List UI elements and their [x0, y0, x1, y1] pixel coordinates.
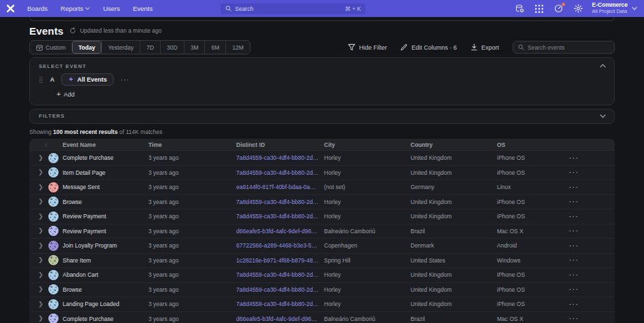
- user-avatar[interactable]: [48, 313, 59, 323]
- distinct-id-link[interactable]: 7a8d4559-ca30-4df4-bb80-2d565f0c...: [236, 286, 324, 293]
- export-button[interactable]: Export: [470, 44, 499, 51]
- table-row[interactable]: ❯ Review Payment 3 years ago 7a8d4559-ca…: [29, 209, 615, 224]
- user-avatar[interactable]: [48, 255, 59, 265]
- expand-row-chevron-icon[interactable]: ❯: [38, 257, 44, 263]
- range-option-3m[interactable]: 3M: [184, 41, 205, 54]
- range-option-7d[interactable]: 7D: [140, 41, 160, 54]
- search-events-input[interactable]: Search events: [513, 41, 615, 54]
- expand-row-chevron-icon[interactable]: ❯: [38, 272, 44, 278]
- expand-row-chevron-icon[interactable]: ❯: [38, 199, 44, 205]
- user-avatar[interactable]: [48, 270, 59, 280]
- table-row[interactable]: ❯ Complete Purchase 3 years ago d66eafe5…: [29, 311, 615, 323]
- nav-items: BoardsReportsUsersEvents: [27, 5, 152, 12]
- row-actions-button[interactable]: ···: [560, 227, 587, 235]
- distinct-id-link[interactable]: d66eafe5-b3fd-4afc-9def-d968085e...: [236, 316, 324, 322]
- data-management-icon[interactable]: [515, 4, 524, 13]
- expand-row-chevron-icon[interactable]: ❯: [38, 301, 44, 307]
- row-actions-button[interactable]: ···: [560, 213, 587, 220]
- mixpanel-logo-icon[interactable]: [6, 4, 15, 13]
- distinct-id-link[interactable]: d66eafe5-b3fd-4afc-9def-d968085e...: [236, 228, 324, 235]
- user-avatar[interactable]: [48, 197, 59, 207]
- range-option-12m[interactable]: 12M: [225, 41, 250, 54]
- user-avatar[interactable]: [48, 226, 59, 236]
- range-option-yesterday[interactable]: Yesterday: [101, 41, 140, 54]
- column-header-distinct-id[interactable]: Distinct ID: [236, 141, 324, 148]
- row-actions-button[interactable]: ···: [560, 315, 587, 322]
- expand-row-chevron-icon[interactable]: ❯: [38, 169, 44, 175]
- distinct-id-link[interactable]: 7a8d4559-ca30-4df4-bb80-2d565f0c...: [236, 301, 324, 307]
- user-avatar[interactable]: [48, 299, 59, 309]
- row-actions-button[interactable]: ···: [560, 256, 587, 264]
- refresh-icon[interactable]: [69, 27, 76, 34]
- expand-row-chevron-icon[interactable]: ❯: [38, 155, 44, 161]
- distinct-id-link[interactable]: ea9144f0-817f-40bf-bdaa-0a9cd670c...: [236, 184, 324, 190]
- column-header-time[interactable]: Time: [148, 141, 236, 148]
- range-option-today[interactable]: Today: [71, 41, 101, 54]
- row-actions-button[interactable]: ···: [560, 198, 587, 205]
- row-actions-button[interactable]: ···: [560, 271, 587, 279]
- table-row[interactable]: ❯ Join Loyalty Program 3 years ago 67722…: [29, 238, 615, 253]
- expand-row-chevron-icon[interactable]: ❯: [38, 214, 44, 220]
- range-option-30d[interactable]: 30D: [160, 41, 184, 54]
- row-actions-button[interactable]: ···: [560, 301, 587, 308]
- user-avatar[interactable]: [48, 211, 59, 222]
- nav-item-boards[interactable]: Boards: [27, 5, 48, 12]
- event-name-cell: Abandon Cart: [63, 271, 148, 278]
- nav-item-users[interactable]: Users: [103, 5, 120, 12]
- expand-row-chevron-icon[interactable]: ❯: [38, 286, 44, 292]
- project-switcher[interactable]: E-Commerce All Project Data: [592, 2, 637, 14]
- table-row[interactable]: ❯ Share Item 3 years ago 1c28216e-b971-4…: [29, 253, 615, 268]
- user-avatar[interactable]: [48, 241, 59, 251]
- drag-handle-icon[interactable]: ⣿: [39, 76, 44, 83]
- distinct-id-link[interactable]: 7a8d4559-ca30-4df4-bb80-2d565f0c...: [236, 213, 324, 220]
- apps-grid-icon[interactable]: [535, 5, 543, 13]
- distinct-id-link[interactable]: 7a8d4559-ca30-4df4-bb80-2d565f0c...: [236, 271, 324, 278]
- filters-panel[interactable]: FILTERS: [29, 109, 615, 124]
- distinct-id-link[interactable]: 7a8d4559-ca30-4df4-bb80-2d565f0c...: [236, 169, 324, 176]
- event-more-options-button[interactable]: ···: [120, 76, 129, 84]
- table-row[interactable]: ❯ Abandon Cart 3 years ago 7a8d4559-ca30…: [29, 267, 615, 282]
- row-actions-button[interactable]: ···: [560, 154, 587, 162]
- user-avatar[interactable]: [48, 167, 59, 177]
- expand-row-chevron-icon[interactable]: ❯: [38, 243, 44, 249]
- event-selector-chip[interactable]: ✦ All Events: [61, 73, 114, 86]
- expand-row-chevron-icon[interactable]: ❯: [38, 316, 44, 322]
- user-avatar[interactable]: [48, 182, 59, 192]
- row-actions-button[interactable]: ···: [560, 169, 587, 176]
- global-search-input[interactable]: Search ⌘ + K: [221, 3, 366, 14]
- distinct-id-link[interactable]: 7a8d4559-ca30-4df4-bb80-2d565f0c...: [236, 154, 324, 161]
- expand-all-icon[interactable]: ↕: [29, 141, 63, 148]
- expand-row-chevron-icon[interactable]: ❯: [38, 184, 44, 190]
- table-row[interactable]: ❯ Message Sent 3 years ago ea9144f0-817f…: [29, 180, 615, 194]
- column-header-event-name[interactable]: Event Name: [63, 141, 148, 148]
- nav-item-events[interactable]: Events: [133, 5, 152, 12]
- row-actions-button[interactable]: ···: [560, 242, 587, 250]
- table-row[interactable]: ❯ Complete Purchase 3 years ago 7a8d4559…: [29, 150, 615, 165]
- column-header-os[interactable]: OS: [497, 141, 560, 148]
- collapse-panel-chevron-up-icon[interactable]: [600, 64, 606, 68]
- expand-filters-chevron-down-icon[interactable]: [600, 114, 606, 118]
- edit-columns-button[interactable]: Edit Columns · 6: [400, 44, 457, 51]
- hide-filter-button[interactable]: Hide Filter: [348, 44, 387, 51]
- distinct-id-link[interactable]: 1c28216e-b971-4f68-b879-4898a4624...: [236, 257, 324, 264]
- table-row[interactable]: ❯ Review Payment 3 years ago d66eafe5-b3…: [29, 224, 615, 239]
- user-avatar[interactable]: [48, 284, 59, 294]
- row-actions-button[interactable]: ···: [560, 184, 587, 191]
- distinct-id-link[interactable]: 7a8d4559-ca30-4df4-bb80-2d565f0c...: [236, 199, 324, 205]
- usage-meter-icon[interactable]: [554, 4, 563, 13]
- column-header-city[interactable]: City: [324, 141, 410, 148]
- range-option-6m[interactable]: 6M: [204, 41, 225, 54]
- row-actions-button[interactable]: ···: [560, 286, 587, 293]
- add-event-button[interactable]: + Add: [57, 90, 74, 98]
- expand-row-chevron-icon[interactable]: ❯: [38, 228, 44, 234]
- range-option-custom[interactable]: Custom: [30, 41, 71, 54]
- user-avatar[interactable]: [48, 153, 59, 163]
- settings-gear-icon[interactable]: [574, 4, 583, 13]
- column-header-country[interactable]: Country: [410, 141, 497, 148]
- nav-item-reports[interactable]: Reports: [61, 5, 90, 12]
- table-row[interactable]: ❯ Browse 3 years ago 7a8d4559-ca30-4df4-…: [29, 282, 615, 297]
- table-row[interactable]: ❯ Landing Page Loaded 3 years ago 7a8d45…: [29, 296, 615, 311]
- distinct-id-link[interactable]: 67722566-a289-4468-b3e3-598c99b1...: [236, 242, 324, 249]
- table-row[interactable]: ❯ Browse 3 years ago 7a8d4559-ca30-4df4-…: [29, 194, 615, 209]
- table-row[interactable]: ❯ Item Detail Page 3 years ago 7a8d4559-…: [29, 165, 615, 180]
